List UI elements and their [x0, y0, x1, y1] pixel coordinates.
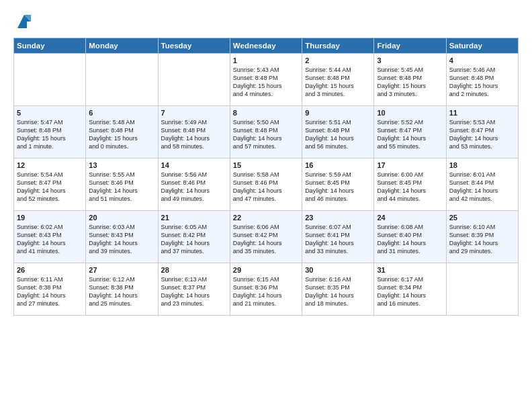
day-number: 29 — [233, 266, 299, 274]
day-info: Sunrise: 6:16 AM Sunset: 8:35 PM Dayligh… — [305, 275, 371, 308]
day-number: 18 — [449, 161, 515, 169]
day-info: Sunrise: 5:52 AM Sunset: 8:47 PM Dayligh… — [377, 118, 443, 151]
header-wednesday: Wednesday — [230, 38, 302, 54]
day-info: Sunrise: 6:13 AM Sunset: 8:37 PM Dayligh… — [161, 275, 227, 308]
calendar-cell: 28Sunrise: 6:13 AM Sunset: 8:37 PM Dayli… — [158, 263, 230, 316]
day-number: 13 — [89, 161, 154, 169]
day-info: Sunrise: 6:08 AM Sunset: 8:40 PM Dayligh… — [377, 223, 443, 256]
day-info: Sunrise: 5:55 AM Sunset: 8:46 PM Dayligh… — [89, 171, 154, 203]
day-info: Sunrise: 6:01 AM Sunset: 8:44 PM Dayligh… — [449, 171, 515, 203]
calendar-cell: 6Sunrise: 5:48 AM Sunset: 8:48 PM Daylig… — [86, 106, 158, 158]
calendar-cell: 13Sunrise: 5:55 AM Sunset: 8:46 PM Dayli… — [86, 158, 158, 211]
calendar-cell: 14Sunrise: 5:56 AM Sunset: 8:46 PM Dayli… — [158, 158, 230, 211]
day-number: 6 — [89, 109, 154, 117]
day-number: 3 — [377, 56, 443, 64]
day-number: 7 — [161, 109, 227, 117]
day-number: 21 — [161, 214, 227, 222]
logo — [13, 12, 34, 31]
day-info: Sunrise: 5:54 AM Sunset: 8:47 PM Dayligh… — [17, 171, 83, 203]
day-info: Sunrise: 5:53 AM Sunset: 8:47 PM Dayligh… — [449, 118, 515, 151]
day-number: 24 — [377, 214, 443, 222]
calendar-cell: 16Sunrise: 5:59 AM Sunset: 8:45 PM Dayli… — [302, 158, 374, 211]
header-thursday: Thursday — [302, 38, 374, 54]
day-number: 31 — [377, 266, 443, 274]
day-number: 14 — [161, 161, 227, 169]
page: SundayMondayTuesdayWednesdayThursdayFrid… — [0, 0, 532, 411]
day-info: Sunrise: 6:12 AM Sunset: 8:38 PM Dayligh… — [89, 275, 154, 308]
day-info: Sunrise: 5:45 AM Sunset: 8:48 PM Dayligh… — [377, 66, 443, 99]
calendar-header-row: SundayMondayTuesdayWednesdayThursdayFrid… — [14, 38, 519, 54]
calendar-cell: 26Sunrise: 6:11 AM Sunset: 8:38 PM Dayli… — [14, 263, 86, 316]
day-number: 2 — [305, 56, 371, 64]
header-saturday: Saturday — [446, 38, 518, 54]
day-info: Sunrise: 5:51 AM Sunset: 8:48 PM Dayligh… — [305, 118, 371, 151]
calendar-cell: 3Sunrise: 5:45 AM Sunset: 8:48 PM Daylig… — [374, 54, 446, 106]
day-number: 19 — [17, 214, 83, 222]
calendar-cell: 20Sunrise: 6:03 AM Sunset: 8:43 PM Dayli… — [86, 211, 158, 263]
day-info: Sunrise: 6:11 AM Sunset: 8:38 PM Dayligh… — [17, 275, 83, 308]
calendar-cell: 11Sunrise: 5:53 AM Sunset: 8:47 PM Dayli… — [446, 106, 518, 158]
calendar-cell: 9Sunrise: 5:51 AM Sunset: 8:48 PM Daylig… — [302, 106, 374, 158]
day-number: 11 — [449, 109, 515, 117]
calendar-cell: 5Sunrise: 5:47 AM Sunset: 8:48 PM Daylig… — [14, 106, 86, 158]
day-number: 1 — [233, 56, 299, 64]
day-number: 20 — [89, 214, 154, 222]
header-monday: Monday — [86, 38, 158, 54]
calendar-cell: 21Sunrise: 6:05 AM Sunset: 8:42 PM Dayli… — [158, 211, 230, 263]
day-number: 10 — [377, 109, 443, 117]
day-info: Sunrise: 6:15 AM Sunset: 8:36 PM Dayligh… — [233, 275, 299, 308]
calendar-cell: 17Sunrise: 6:00 AM Sunset: 8:45 PM Dayli… — [374, 158, 446, 211]
calendar-cell: 1Sunrise: 5:43 AM Sunset: 8:48 PM Daylig… — [230, 54, 302, 106]
week-row-3: 12Sunrise: 5:54 AM Sunset: 8:47 PM Dayli… — [14, 158, 519, 211]
header-friday: Friday — [374, 38, 446, 54]
calendar-cell: 8Sunrise: 5:50 AM Sunset: 8:48 PM Daylig… — [230, 106, 302, 158]
calendar-cell: 10Sunrise: 5:52 AM Sunset: 8:47 PM Dayli… — [374, 106, 446, 158]
calendar-cell: 23Sunrise: 6:07 AM Sunset: 8:41 PM Dayli… — [302, 211, 374, 263]
calendar-cell: 29Sunrise: 6:15 AM Sunset: 8:36 PM Dayli… — [230, 263, 302, 316]
calendar-cell: 30Sunrise: 6:16 AM Sunset: 8:35 PM Dayli… — [302, 263, 374, 316]
day-info: Sunrise: 5:58 AM Sunset: 8:46 PM Dayligh… — [233, 171, 299, 203]
calendar-cell: 27Sunrise: 6:12 AM Sunset: 8:38 PM Dayli… — [86, 263, 158, 316]
day-number: 23 — [305, 214, 371, 222]
day-number: 30 — [305, 266, 371, 274]
week-row-5: 26Sunrise: 6:11 AM Sunset: 8:38 PM Dayli… — [14, 263, 519, 316]
day-info: Sunrise: 6:07 AM Sunset: 8:41 PM Dayligh… — [305, 223, 371, 256]
day-info: Sunrise: 6:05 AM Sunset: 8:42 PM Dayligh… — [161, 223, 227, 256]
day-info: Sunrise: 5:49 AM Sunset: 8:48 PM Dayligh… — [161, 118, 227, 151]
day-info: Sunrise: 5:44 AM Sunset: 8:48 PM Dayligh… — [305, 66, 371, 99]
calendar-cell — [158, 54, 230, 106]
day-number: 8 — [233, 109, 299, 117]
day-info: Sunrise: 5:59 AM Sunset: 8:45 PM Dayligh… — [305, 171, 371, 203]
day-info: Sunrise: 5:47 AM Sunset: 8:48 PM Dayligh… — [17, 118, 83, 151]
calendar-cell: 19Sunrise: 6:02 AM Sunset: 8:43 PM Dayli… — [14, 211, 86, 263]
calendar-table: SundayMondayTuesdayWednesdayThursdayFrid… — [13, 38, 519, 316]
header-tuesday: Tuesday — [158, 38, 230, 54]
day-number: 12 — [17, 161, 83, 169]
day-number: 26 — [17, 266, 83, 274]
day-number: 17 — [377, 161, 443, 169]
day-number: 5 — [17, 109, 83, 117]
calendar-cell: 24Sunrise: 6:08 AM Sunset: 8:40 PM Dayli… — [374, 211, 446, 263]
day-info: Sunrise: 6:02 AM Sunset: 8:43 PM Dayligh… — [17, 223, 83, 256]
header — [13, 12, 519, 31]
day-number: 25 — [449, 214, 515, 222]
header-sunday: Sunday — [14, 38, 86, 54]
calendar-cell — [446, 263, 518, 316]
week-row-1: 1Sunrise: 5:43 AM Sunset: 8:48 PM Daylig… — [14, 54, 519, 106]
day-info: Sunrise: 6:10 AM Sunset: 8:39 PM Dayligh… — [449, 223, 515, 256]
day-info: Sunrise: 5:48 AM Sunset: 8:48 PM Dayligh… — [89, 118, 154, 151]
day-info: Sunrise: 5:46 AM Sunset: 8:48 PM Dayligh… — [449, 66, 515, 99]
day-number: 9 — [305, 109, 371, 117]
calendar-cell: 31Sunrise: 6:17 AM Sunset: 8:34 PM Dayli… — [374, 263, 446, 316]
day-number: 16 — [305, 161, 371, 169]
calendar-cell — [14, 54, 86, 106]
day-info: Sunrise: 6:17 AM Sunset: 8:34 PM Dayligh… — [377, 275, 443, 308]
day-number: 4 — [449, 56, 515, 64]
logo-icon — [15, 12, 34, 31]
day-info: Sunrise: 5:56 AM Sunset: 8:46 PM Dayligh… — [161, 171, 227, 203]
day-info: Sunrise: 5:50 AM Sunset: 8:48 PM Dayligh… — [233, 118, 299, 151]
day-info: Sunrise: 6:00 AM Sunset: 8:45 PM Dayligh… — [377, 171, 443, 203]
calendar-cell: 22Sunrise: 6:06 AM Sunset: 8:42 PM Dayli… — [230, 211, 302, 263]
calendar-cell: 7Sunrise: 5:49 AM Sunset: 8:48 PM Daylig… — [158, 106, 230, 158]
week-row-4: 19Sunrise: 6:02 AM Sunset: 8:43 PM Dayli… — [14, 211, 519, 263]
